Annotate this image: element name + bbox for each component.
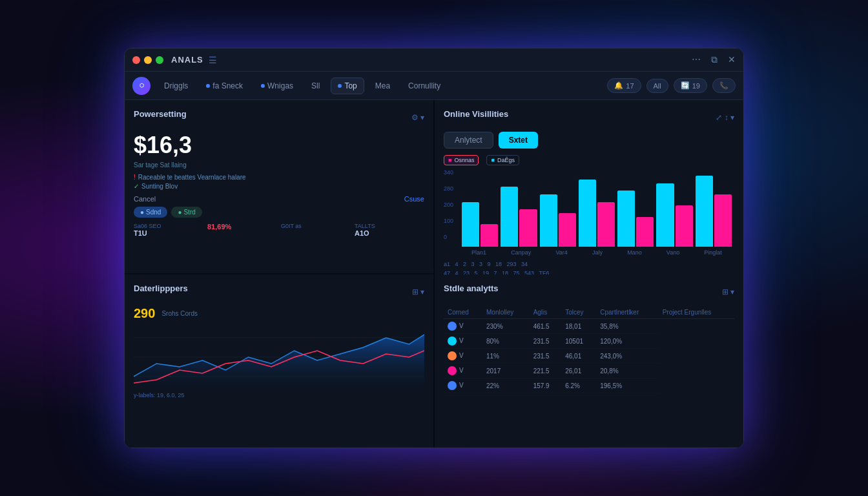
nav-badge-notifications[interactable]: 🔔 17	[607, 78, 641, 93]
window-icon-3[interactable]: ✕	[728, 54, 736, 65]
sub-label: Sar tage Sat llaing	[134, 161, 424, 169]
bar-cyan-3	[579, 180, 596, 247]
cell-col3-1: 231.5	[530, 334, 562, 349]
bar-cyan-4	[617, 191, 635, 247]
cell-name-1: V	[444, 334, 482, 349]
legend-offline: ■ DaĔgs	[486, 155, 519, 165]
nav-badge-refresh[interactable]: 🔄 19	[674, 78, 707, 93]
analytics-panel-icons: ⤢ ↕ ▾	[716, 113, 734, 122]
nav-tab-top[interactable]: Top	[331, 78, 364, 94]
analytics-menu-icon[interactable]: ↕ ▾	[725, 113, 734, 122]
cell-col4-3: 26,01	[561, 364, 596, 378]
cell-col4-2: 46,01	[561, 349, 596, 364]
window-icon-2[interactable]: ⧉	[711, 54, 718, 65]
send-button[interactable]: ● Sdnd	[134, 207, 167, 218]
nav-tab-wnigas[interactable]: Wnigas	[254, 78, 300, 94]
nav-dot-fasneck	[206, 84, 210, 88]
cancel-row: Cancel Csuse	[134, 195, 424, 203]
tab-sxtet[interactable]: Sxtet	[499, 132, 538, 149]
cell-col5-0: 35,8%	[596, 319, 658, 334]
nav-badge-phone[interactable]: 📞	[712, 78, 736, 93]
cell-col3-2: 231.5	[530, 349, 562, 364]
cell-col4-1: 10501	[561, 334, 596, 349]
legend-online-icon: ■	[448, 157, 451, 163]
avatar-1	[448, 336, 457, 346]
bar-cyan-2	[540, 194, 557, 247]
cell-col2-4: 22%	[482, 378, 530, 393]
nav-right: 🔔 17 All 🔄 19 📞	[607, 78, 736, 93]
bar-pink-0	[480, 224, 498, 247]
col-aglis: Aglis	[530, 306, 562, 319]
stats-panel-icon[interactable]: ⊞ ▾	[722, 287, 734, 296]
cell-col3-0: 461.5	[530, 319, 562, 334]
window-controls	[132, 56, 163, 64]
stats-header-row: Corned Monlolley Aglis Tolcey Cpartlnert…	[444, 306, 734, 319]
table-row: V 11% 231.5 46,01 243,0%	[444, 349, 734, 364]
stat-percent: 81,69%	[207, 223, 277, 237]
window-icon-1[interactable]: ⋯	[692, 54, 701, 65]
cell-col4-4: 6.2%	[561, 378, 596, 393]
cell-col2-2: 11%	[482, 349, 530, 364]
big-number: $16,3	[134, 132, 424, 159]
date-value: 290	[134, 306, 155, 321]
stats-panel-header: Stdle analytts ⊞ ▾	[444, 284, 734, 300]
col-monlolley: Monlolley	[482, 306, 530, 319]
cell-col3-3: 221.5	[530, 364, 562, 378]
btn-row: ● Sdnd ● Strd	[134, 207, 424, 218]
bar-pink-5	[676, 205, 693, 247]
cancel-link[interactable]: Csuse	[404, 195, 424, 203]
cancel-label: Cancel	[134, 195, 156, 203]
nav-bar: ⬡ Driggls fa Sneck Wnigas Sll Top Mea Co…	[125, 72, 743, 100]
minimize-button[interactable]	[144, 56, 152, 64]
cell-col2-3: 2017	[482, 364, 530, 378]
start-icon: ●	[178, 209, 181, 216]
stat-seo: Sa06 SEO T1U	[134, 223, 203, 237]
col-project: Project Ergunlles	[659, 306, 734, 319]
power-panel-settings-icon[interactable]: ⚙ ▾	[411, 113, 424, 122]
avatar-2	[448, 351, 457, 360]
nav-tab-sll[interactable]: Sll	[304, 78, 327, 94]
cell-col2-1: 80%	[482, 334, 530, 349]
nav-tab-driggls[interactable]: Driggls	[157, 78, 195, 94]
expand-icon[interactable]: ⤢	[716, 113, 722, 122]
date-sublabel: Srohs Cords	[161, 310, 198, 317]
stats-table-head: Corned Monlolley Aglis Tolcey Cpartlnert…	[444, 306, 734, 319]
table-row: V 2017 221.5 26,01 20,8%	[444, 364, 734, 378]
tab-anlytect[interactable]: Anlytect	[444, 132, 493, 149]
nav-tab-mea[interactable]: Mea	[368, 78, 397, 94]
bar-group-2	[540, 194, 576, 247]
bar-chart	[459, 169, 734, 247]
legend-online-label: Osnnas	[454, 157, 474, 163]
date-panel: Daterlipppers ⊞ ▾ 290 Srohs Cords	[125, 274, 433, 448]
col-corned: Corned	[444, 306, 482, 319]
maximize-button[interactable]	[156, 56, 163, 64]
nav-tab-cornullity[interactable]: Cornullity	[401, 78, 448, 94]
bar-cyan-1	[501, 187, 518, 247]
cell-col5-2: 243,0%	[596, 349, 658, 364]
send-icon: ●	[140, 209, 144, 216]
phone-icon: 📞	[719, 81, 728, 90]
nav-badge-all[interactable]: All	[646, 79, 668, 93]
stats-panel: Stdle analytts ⊞ ▾ Corned Monlolley Agli…	[435, 274, 743, 448]
stats-table-body: V 230% 461.5 18,01 35,8% V 80% 231.5 105…	[444, 319, 734, 393]
cell-name-2: V	[444, 349, 482, 364]
date-panel-icon[interactable]: ⊞ ▾	[412, 287, 424, 296]
power-panel: Powersetting ⚙ ▾ $16,3 Sar tage Sat llai…	[125, 100, 433, 273]
close-button[interactable]	[132, 56, 140, 64]
col-cpart: Cpartlnertlker	[596, 306, 658, 319]
analytics-tabs: Anlytect Sxtet	[444, 132, 734, 149]
cell-name-0: V	[444, 319, 482, 334]
legend-online: ■ Osnnas	[444, 155, 479, 165]
stat-goit: G0IT as	[281, 223, 351, 237]
table-row: V 230% 461.5 18,01 35,8%	[444, 319, 734, 334]
line-chart-area	[134, 325, 424, 389]
start-button[interactable]: ● Strd	[171, 207, 202, 218]
col-tolcey: Tolcey	[561, 306, 596, 319]
bar-pink-3	[597, 202, 615, 247]
menu-icon[interactable]: ☰	[209, 55, 217, 65]
bar-pink-4	[636, 217, 654, 247]
nav-tab-fasneck[interactable]: fa Sneck	[199, 78, 250, 94]
date-panel-header: Daterlipppers ⊞ ▾	[134, 284, 424, 300]
bar-cyan-5	[656, 183, 674, 247]
date-legend: 290 Srohs Cords	[134, 306, 424, 321]
